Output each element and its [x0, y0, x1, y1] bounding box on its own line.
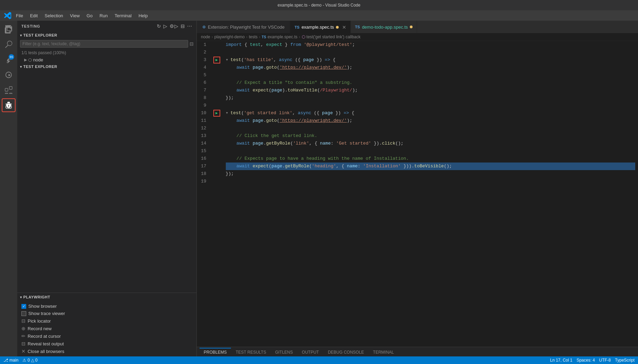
menu-edit[interactable]: Edit	[27, 12, 40, 19]
test-explorer-label: TEST EXPLORER	[23, 33, 57, 37]
editor-area: ⊕ Extension: Playwright Test for VSCode …	[197, 21, 638, 356]
test-results-tab[interactable]: TEST RESULTS	[232, 348, 270, 356]
search-activity-icon[interactable]	[2, 38, 16, 51]
playwright-options: ✓ Show browser Show trace viewer ⊟ Pick …	[17, 301, 196, 356]
source-control-activity-icon[interactable]: 65	[2, 53, 16, 67]
test-explorer-chevron-icon: ▾	[20, 33, 22, 37]
menu-file[interactable]: File	[13, 12, 26, 19]
code-line-10: ▾test('get started link', async ({ page …	[226, 109, 635, 117]
show-browser-checkbox[interactable]: ✓	[21, 304, 26, 309]
show-browser-option[interactable]: ✓ Show browser	[20, 303, 194, 310]
tree-item-node[interactable]: ▶ node	[17, 57, 196, 63]
source-control-badge: 65	[9, 54, 14, 60]
run-with-coverage-icon[interactable]: ⚙▷	[170, 23, 178, 29]
run-all-icon[interactable]: ▷	[163, 23, 167, 29]
code-line-18: });	[226, 170, 635, 178]
code-line-7: await expect(page).toHaveTitle(/Playwrig…	[226, 87, 635, 94]
errors-status[interactable]: ⚠ 0 △ 0	[22, 358, 37, 363]
menu-view[interactable]: View	[67, 12, 83, 19]
test-filter-input[interactable]	[20, 40, 188, 48]
record-new-action[interactable]: ⊕ Record new	[20, 325, 194, 332]
record-at-cursor-label: Record at cursor	[28, 334, 61, 339]
close-all-browsers-icon: ✕	[21, 348, 26, 354]
code-content[interactable]: import { test, expect } from '@playwrigh…	[223, 41, 638, 347]
test-status: 1/1 tests passed (100%)	[17, 49, 196, 57]
debug-console-tab[interactable]: DEBUG CONSOLE	[324, 348, 368, 356]
collapse-all-icon[interactable]: ⊟	[181, 23, 185, 29]
menu-go[interactable]: Go	[84, 12, 95, 19]
reveal-test-output-action[interactable]: ⊟ Reveal test output	[20, 340, 194, 347]
code-line-12	[226, 125, 635, 132]
breadcrumb-file[interactable]: example.spec.ts	[268, 35, 298, 39]
example-spec-tab-label: example.spec.ts	[301, 24, 334, 30]
playwright-section: ▾ PLAYWRIGHT ✓ Show browser Show trace v…	[17, 293, 196, 356]
code-line-8: });	[226, 94, 635, 102]
close-tab-icon[interactable]: ✕	[342, 24, 346, 30]
extension-tab[interactable]: ⊕ Extension: Playwright Test for VSCode	[197, 21, 290, 33]
extensions-activity-icon[interactable]	[2, 83, 16, 97]
code-line-19	[226, 178, 635, 185]
record-at-cursor-action[interactable]: ✏ Record at cursor	[20, 332, 194, 340]
show-trace-viewer-option[interactable]: Show trace viewer	[20, 310, 194, 317]
code-line-3: ▾test('has title', async ({ page }) => {	[226, 56, 635, 64]
sidebar-title: TESTING	[21, 24, 40, 28]
test-explorer-section-header[interactable]: ▾ TEST EXPLORER	[17, 32, 196, 39]
encoding-status[interactable]: UTF-8	[599, 358, 611, 363]
breadcrumb-tests[interactable]: tests	[249, 35, 258, 39]
menu-help[interactable]: Help	[136, 12, 151, 19]
breadcrumb-callback[interactable]: test('get started link') callback	[307, 35, 361, 39]
terminal-tab[interactable]: TERMINAL	[369, 348, 398, 356]
pick-locator-action[interactable]: ⊟ Pick locator	[20, 317, 194, 325]
second-explorer-chevron-icon: ▾	[20, 65, 22, 69]
playwright-section-header[interactable]: ▾ PLAYWRIGHT	[17, 293, 196, 301]
gitlens-tab[interactable]: GITLENS	[271, 348, 297, 356]
output-tab[interactable]: OUTPUT	[298, 348, 323, 356]
show-trace-viewer-checkbox[interactable]	[21, 311, 26, 316]
breadcrumb: node › playwright-demo › tests › TS exam…	[197, 33, 638, 41]
status-bar: ⎇ main ⚠ 0 △ 0 Ln 17, Col 1 Spaces: 4 UT…	[0, 356, 638, 364]
tabs-bar: ⊕ Extension: Playwright Test for VSCode …	[197, 21, 638, 33]
second-explorer-header[interactable]: ▾ TEST EXPLORER	[17, 63, 196, 70]
vscode-logo-icon	[3, 11, 12, 20]
code-line-14: await page.getByRole('link', { name: 'Ge…	[226, 140, 635, 147]
menu-bar: File Edit Selection View Go Run Terminal…	[0, 10, 638, 21]
tree-node-label: node	[33, 57, 43, 62]
explorer-activity-icon[interactable]	[2, 22, 16, 36]
breadcrumb-playwright-demo[interactable]: playwright-demo	[214, 35, 245, 39]
demo-todo-tab[interactable]: TS demo-todo-app.spec.ts	[351, 21, 417, 33]
extension-tab-label: Extension: Playwright Test for VSCode	[208, 24, 284, 30]
breadcrumb-ts-icon: TS	[262, 35, 266, 39]
menu-run[interactable]: Run	[97, 12, 110, 19]
modified-dot2-icon	[410, 26, 413, 28]
close-all-browsers-action[interactable]: ✕ Close all browsers	[20, 347, 194, 355]
run-test2-button[interactable]: ▶	[213, 110, 220, 117]
code-line-13: // Click the get started link.	[226, 132, 635, 140]
sidebar-header: TESTING ↻ ▷ ⚙▷ ⊟ ···	[17, 21, 196, 32]
record-new-label: Record new	[28, 326, 51, 331]
run-test1-button[interactable]: ▶	[213, 57, 220, 63]
run-debug-activity-icon[interactable]	[2, 68, 16, 82]
ts-badge-icon: TS	[294, 25, 299, 29]
code-line-2	[226, 49, 635, 56]
example-spec-tab[interactable]: TS example.spec.ts ✕	[290, 21, 351, 33]
code-line-5	[226, 71, 635, 79]
line-numbers: 1 2 3 4 5 6 7 8 9 10 11 12 13 14 15 16 1…	[197, 41, 211, 347]
menu-terminal[interactable]: Terminal	[112, 12, 134, 19]
ts-badge2-icon: TS	[355, 25, 360, 29]
language-status[interactable]: TypeScript	[615, 358, 635, 363]
more-actions-icon[interactable]: ···	[187, 23, 192, 29]
show-browser-label: Show browser	[28, 304, 57, 309]
cursor-position-status[interactable]: Ln 17, Col 1	[550, 358, 572, 363]
problems-tab[interactable]: PROBLEMS	[200, 348, 231, 356]
window-title: example.spec.ts - demo - Visual Studio C…	[278, 3, 360, 8]
close-all-browsers-label: Close all browsers	[28, 349, 64, 354]
spaces-status[interactable]: Spaces: 4	[577, 358, 595, 363]
pick-locator-icon: ⊟	[21, 318, 26, 324]
testing-activity-icon[interactable]	[2, 98, 16, 112]
filter-icon[interactable]: ⊟	[190, 41, 194, 47]
refresh-icon[interactable]: ↻	[157, 23, 161, 29]
menu-selection[interactable]: Selection	[42, 12, 66, 19]
bottom-tabs: PROBLEMS TEST RESULTS GITLENS OUTPUT DEB…	[197, 347, 638, 356]
git-branch-status[interactable]: ⎇ main	[3, 358, 18, 363]
breadcrumb-node[interactable]: node	[201, 35, 210, 39]
